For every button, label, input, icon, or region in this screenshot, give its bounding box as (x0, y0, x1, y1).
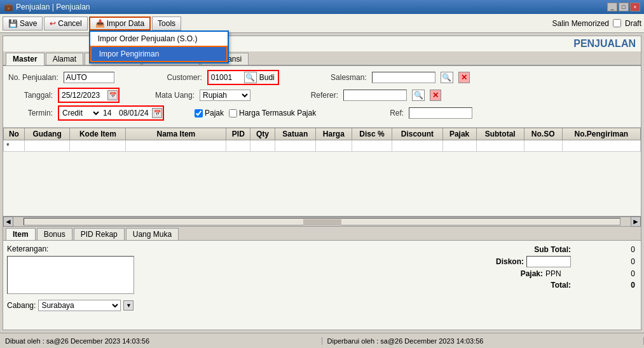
salesman-label: Salesman: (322, 73, 367, 82)
mata-uang-label: Mata Uang: (150, 91, 195, 100)
col-subtotal: Subtotal (476, 128, 524, 140)
impor-icon: 📥 (95, 19, 105, 28)
referer-label: Referer: (294, 91, 338, 100)
harga-termasuk-pajak-checkbox[interactable] (229, 109, 237, 117)
col-gudang: Gudang (24, 128, 69, 140)
customer-search-button[interactable]: 🔍 (244, 72, 257, 83)
termin-field-group: Credit Cash COD 📅 (58, 105, 164, 121)
cabang-select[interactable]: Surabaya Jakarta Bandung (38, 300, 121, 311)
pajak-checkbox[interactable] (195, 109, 203, 117)
col-kode-item: Kode Item (70, 128, 126, 140)
status-created: Dibuat oleh : sa@26 December 2023 14:03:… (0, 337, 322, 345)
tab-alamat[interactable]: Alamat (46, 53, 83, 65)
title-bar: 💼 Penjualan | Penjualan _ □ × (0, 0, 644, 14)
scroll-thumb[interactable] (303, 219, 341, 225)
bottom-tab-item[interactable]: Item (6, 228, 36, 240)
ref-input[interactable] (409, 107, 472, 119)
salesman-input[interactable] (372, 72, 435, 83)
bottom-tab-bar: Item Bonus PID Rekap Uang Muka (3, 227, 641, 241)
minimize-button[interactable]: _ (607, 3, 617, 11)
impor-dropdown-menu: Impor Order Penjualan (S.O.) Impor Pengi… (89, 30, 229, 64)
col-discount: Discount (392, 128, 442, 140)
tools-button[interactable]: Tools (152, 17, 181, 30)
scroll-left-button[interactable]: ◄ (3, 217, 13, 227)
no-penjualan-label: No. Penjualan: (8, 73, 58, 82)
col-qty: Qty (250, 128, 275, 140)
tanggal-calendar-button[interactable]: 📅 (107, 90, 118, 100)
tab-master[interactable]: Master (6, 53, 45, 65)
referer-delete-button[interactable]: ✕ (430, 90, 441, 101)
diskon-value: 0 (573, 257, 637, 267)
scroll-track[interactable] (24, 218, 620, 225)
form-row-2: Tanggal: 📅 Mata Uang: Rupiah USD Referer… (8, 88, 636, 103)
customer-name: Budi (257, 73, 277, 82)
harga-termasuk-pajak-label[interactable]: Harga Termasuk Pajak (229, 109, 316, 117)
pajak-type: PPN (545, 269, 571, 278)
impor-data-button[interactable]: 📥 Impor Data (89, 17, 151, 30)
total-row: Total: 0 (459, 280, 637, 290)
app-icon: 💼 (4, 3, 13, 11)
salin-memorized-area: Salin Memorized Draft (552, 19, 641, 28)
tanggal-input[interactable] (60, 90, 107, 101)
customer-input[interactable] (209, 72, 244, 83)
salesman-delete-button[interactable]: ✕ (458, 72, 470, 83)
col-noso: No.SO (524, 128, 562, 140)
pajak-row: Pajak: PPN 0 (459, 269, 637, 279)
save-button[interactable]: 💾 Save (3, 17, 43, 30)
sub-total-row: Sub Total: 0 (459, 244, 637, 255)
total-label: Total: (520, 281, 571, 290)
status-updated: Diperbarui oleh : sa@26 December 2023 14… (322, 337, 645, 345)
col-harga: Harga (316, 128, 352, 140)
sub-total-label: Sub Total: (520, 245, 571, 254)
impor-pengiriman-item[interactable]: Impor Pengiriman (90, 46, 228, 62)
sub-total-value: 0 (573, 244, 637, 255)
toolbar: 💾 Save ↩ Cancel 📥 Impor Data Impor Order… (0, 14, 644, 33)
form-row-3: Termin: Credit Cash COD 📅 Pajak Harga Te… (8, 105, 636, 121)
termin-date-input[interactable] (117, 107, 152, 119)
pajak-checkbox-label[interactable]: Pajak (195, 109, 224, 117)
col-pajak: Pajak (442, 128, 476, 140)
termin-calendar-button[interactable]: 📅 (152, 108, 162, 118)
bottom-tab-pid-rekap[interactable]: PID Rekap (74, 228, 125, 240)
cancel-button[interactable]: ↩ Cancel (44, 17, 87, 30)
cabang-dropdown-button[interactable]: ▼ (123, 300, 134, 311)
termin-label: Termin: (8, 109, 53, 117)
window-title: Penjualan | Penjualan (16, 3, 90, 11)
bottom-tab-bonus[interactable]: Bonus (37, 228, 72, 240)
main-area: PENJUALAN Master Alamat Faktur Pajak Pem… (3, 36, 641, 330)
no-penjualan-input[interactable] (64, 72, 114, 83)
maximize-button[interactable]: □ (619, 3, 629, 11)
referer-input[interactable] (343, 90, 407, 101)
bottom-tab-uang-muka[interactable]: Uang Muka (126, 228, 179, 240)
salesman-search-button[interactable]: 🔍 (441, 72, 453, 83)
cabang-section: Cabang: Surabaya Jakarta Bandung ▼ (7, 300, 134, 311)
totals-section: Sub Total: 0 Diskon: 0 Pajak: PPN 0 Tota… (459, 244, 637, 311)
mata-uang-select[interactable]: Rupiah USD (200, 90, 250, 101)
customer-field-group: 🔍 Budi (207, 70, 279, 85)
form-row-1: No. Penjualan: Customer: 🔍 Budi Salesman… (8, 70, 636, 85)
col-no: No (4, 128, 25, 140)
master-form: No. Penjualan: Customer: 🔍 Budi Salesman… (3, 66, 641, 128)
tanggal-label: Tanggal: (8, 91, 53, 100)
draft-checkbox[interactable] (613, 19, 621, 27)
referer-search-button[interactable]: 🔍 (412, 90, 425, 101)
pajak-total-label: Pajak: (492, 269, 543, 278)
horizontal-scrollbar[interactable]: ◄ ► (3, 217, 641, 227)
termin-select[interactable]: Credit Cash COD (60, 107, 101, 119)
tanggal-field-group: 📅 (58, 88, 120, 103)
data-table-container: No Gudang Kode Item Nama Item PID Qty Sa… (3, 128, 641, 217)
table-row-new[interactable]: * (4, 140, 641, 152)
keterangan-label: Keterangan: (7, 244, 48, 253)
keterangan-section: Keterangan: Cabang: Surabaya Jakarta Ban… (7, 244, 134, 311)
close-button[interactable]: × (630, 3, 640, 11)
impor-so-item[interactable]: Impor Order Penjualan (S.O.) (90, 32, 228, 46)
keterangan-textarea[interactable] (7, 256, 134, 294)
diskon-input[interactable] (526, 256, 571, 267)
bottom-content: Keterangan: Cabang: Surabaya Jakarta Ban… (3, 241, 641, 315)
col-pid: PID (226, 128, 250, 140)
termin-days-input[interactable] (101, 107, 117, 119)
scroll-right-button[interactable]: ► (631, 217, 641, 227)
pajak-value: 0 (573, 269, 637, 279)
cabang-label: Cabang: (7, 301, 36, 310)
impor-data-container: 📥 Impor Data Impor Order Penjualan (S.O.… (89, 17, 151, 30)
